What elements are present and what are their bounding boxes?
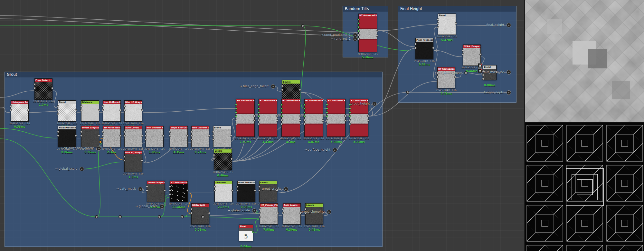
graph-node-ht1[interactable]: HT Advanced Height B…2048x2048 · L161.52… [236, 99, 255, 137]
input-pin[interactable] [212, 138, 214, 141]
input-pin[interactable] [190, 138, 193, 141]
output-pin[interactable] [376, 30, 378, 32]
graph-node-pixel_proc1[interactable]: Pixel Processor2048x2048 · L160.06ms [58, 126, 76, 147]
input-pin[interactable] [80, 109, 82, 111]
input-pin[interactable] [169, 189, 171, 192]
input-pin[interactable] [123, 156, 126, 158]
output-pin[interactable] [252, 231, 254, 233]
input-pin[interactable] [280, 107, 283, 110]
output-connector-height_depth[interactable]: » [507, 90, 511, 95]
input-pin[interactable] [280, 104, 283, 106]
graph-node-poisson[interactable]: HT Poisson Disc Sampl…2048x2048 · L1611.… [170, 181, 188, 202]
input-pin[interactable] [235, 119, 237, 121]
input-pin[interactable] [57, 135, 59, 137]
graph-node-slopeblur[interactable]: Slope Blur Grayscale C…2048x2048 · L163.… [170, 126, 188, 147]
output-pin[interactable] [162, 135, 165, 137]
input-pin[interactable] [235, 104, 237, 106]
input-pin[interactable] [235, 115, 237, 117]
output-pin[interactable] [119, 109, 122, 111]
graph-node-distance2[interactable]: Distance2048x2048 · L162.15ms [214, 181, 232, 202]
input-pin[interactable] [349, 115, 351, 117]
output-connector-grout_mask_AA[interactable]: » [507, 70, 511, 75]
input-pin[interactable] [33, 83, 36, 85]
input-pin[interactable] [280, 111, 283, 114]
input-pin[interactable] [146, 186, 148, 188]
output-pin[interactable] [367, 115, 369, 117]
reroute-dot[interactable] [181, 215, 184, 218]
input-pin[interactable] [462, 49, 464, 52]
input-pin[interactable] [169, 193, 171, 196]
output-pin[interactable] [208, 212, 210, 214]
input-pin[interactable] [349, 107, 351, 110]
input-pin[interactable] [357, 22, 360, 25]
graph-node-ht_rt[interactable]: HT Advanced Height B…2048x2048 · L165.46… [358, 14, 377, 52]
graph-node-levels_mid[interactable]: Levels2048x2048 · L160.46ms [214, 149, 232, 170]
input-pin[interactable] [235, 123, 237, 125]
input-pin[interactable] [190, 131, 193, 133]
input-pin[interactable] [33, 87, 36, 89]
output-pin[interactable] [432, 47, 434, 49]
input-pin[interactable] [10, 105, 12, 107]
reroute-dot[interactable] [464, 71, 468, 75]
graph-node-float5[interactable]: Float50.04ms [239, 225, 253, 241]
input-connector-tiles_edge_falloff[interactable]: » [271, 84, 275, 89]
graph-node-autolevels1[interactable]: Auto Levels2048x2048 · L160.36ms [124, 126, 142, 147]
input-pin[interactable] [123, 105, 126, 107]
input-pin[interactable] [357, 30, 360, 32]
reroute-dot[interactable] [201, 215, 204, 218]
output-pin[interactable] [376, 35, 378, 37]
input-pin[interactable] [280, 115, 283, 117]
input-pin[interactable] [326, 119, 328, 121]
input-pin[interactable] [80, 105, 82, 107]
graph-node-blend2[interactable]: Blend2048x2048 · L160.19ms [213, 126, 231, 147]
input-pin[interactable] [414, 43, 417, 45]
output-pin[interactable] [299, 119, 301, 122]
output-pin[interactable] [141, 159, 143, 162]
graph-node-histogram_scan[interactable]: Histogram Scan2048x2048 · L160.56ms [11, 100, 29, 122]
reroute-dot[interactable] [118, 215, 122, 218]
input-pin[interactable] [57, 105, 59, 107]
input-pin[interactable] [102, 109, 104, 111]
output-pin[interactable] [75, 135, 77, 137]
input-pin[interactable] [414, 47, 417, 49]
graph-node-perlin[interactable]: 3D Perlin Noise Fractal2048x2048 · L162.… [103, 126, 121, 147]
graph-node-ht2[interactable]: HT Advanced Height B…2048x2048 · L163.43… [259, 99, 277, 137]
output-pin[interactable] [27, 109, 30, 111]
output-pin[interactable] [230, 135, 232, 137]
input-pin[interactable] [102, 135, 104, 137]
input-pin[interactable] [212, 135, 214, 137]
input-pin[interactable] [258, 119, 260, 121]
input-pin[interactable] [258, 111, 260, 114]
graph-node-distance1[interactable]: Distance2048x2048 · L160.46ms [81, 100, 99, 122]
input-pin[interactable] [145, 135, 147, 137]
output-pin[interactable] [231, 158, 233, 160]
input-pin[interactable] [123, 131, 126, 133]
input-pin[interactable] [213, 158, 215, 160]
display-3d-icon[interactable]: ◉ [478, 68, 482, 73]
input-pin[interactable] [123, 109, 126, 111]
input-pin[interactable] [169, 135, 171, 137]
input-pin[interactable] [326, 111, 328, 114]
input-pin[interactable] [258, 115, 260, 117]
input-pin[interactable] [357, 18, 360, 21]
input-pin[interactable] [326, 123, 328, 125]
output-connector-grout_cracks[interactable]: » [284, 187, 288, 191]
input-pin[interactable] [357, 26, 360, 28]
output-pin[interactable] [253, 115, 256, 117]
input-connector-rand_rot_1[interactable]: » [353, 37, 357, 41]
graph-node-fxaa[interactable]: FXAA (Grayscale)2048x2048 · L160.44ms [463, 45, 481, 66]
display-2d-icon[interactable]: ▣ [478, 63, 482, 68]
input-pin[interactable] [169, 186, 171, 188]
output-pin[interactable] [479, 53, 482, 55]
output-pin[interactable] [51, 87, 53, 89]
output-pin[interactable] [344, 115, 346, 117]
input-pin[interactable] [258, 123, 260, 125]
graph-node-pixel_proc2[interactable]: Pixel Processor2048x2048 · L160.06ms [237, 181, 255, 202]
input-pin[interactable] [303, 123, 306, 125]
input-pin[interactable] [280, 123, 283, 125]
output-pin[interactable] [98, 135, 100, 137]
output-pin[interactable] [322, 119, 324, 122]
input-pin[interactable] [258, 107, 260, 110]
input-connector-safe_mask[interactable]: » [138, 187, 143, 191]
output-pin[interactable] [75, 109, 77, 111]
